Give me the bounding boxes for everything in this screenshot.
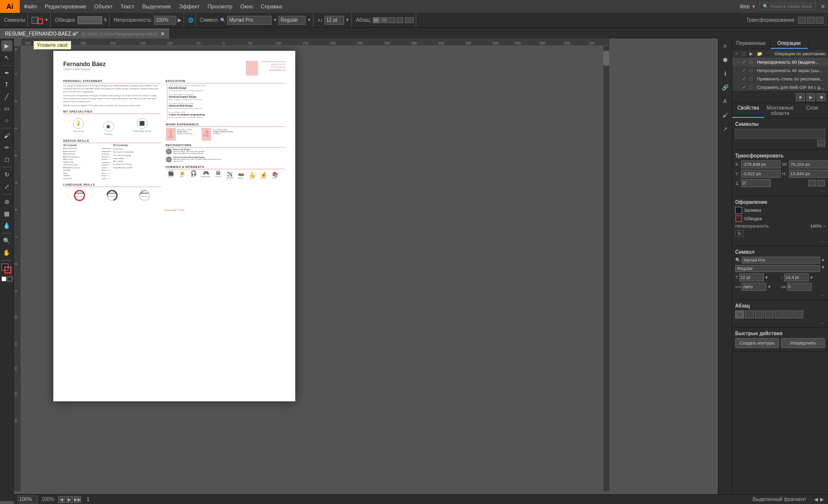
font-size-input[interactable] [324,16,344,25]
opacity-arrow[interactable]: › [824,224,825,229]
transform-btn3[interactable] [816,17,824,24]
zoom-tool[interactable]: 🔍 [1,235,12,246]
font-size-dropdown[interactable]: ▼ [765,275,769,280]
link-btn[interactable]: 🔗 [720,82,731,93]
last-page-btn[interactable]: ▶▶ [74,496,81,503]
pencil-tool[interactable]: ✏ [1,142,12,153]
menu-view[interactable]: Просмотр [203,0,236,13]
align-6-btn[interactable] [794,310,803,318]
no-fill[interactable] [7,276,12,281]
symbol-btn1[interactable]: … [817,140,825,147]
stroke-box[interactable] [4,267,11,273]
menu-object[interactable]: Объект [90,0,117,13]
align-left[interactable] [373,17,380,23]
align-right[interactable] [389,17,395,23]
next-page-btn[interactable]: ▶ [66,496,73,503]
align-right-btn[interactable] [755,310,764,318]
transform-btn2[interactable] [807,17,815,24]
tab-variables[interactable]: Переменные [732,39,770,49]
tab-close-button[interactable]: ✕ [160,31,164,37]
eyedropper-tool[interactable]: 💧 [1,220,12,231]
appearance-btn[interactable]: A [720,96,731,107]
ops-item-folder[interactable]: ✓ □ ▶ 📁 Операции по умолчанию [732,49,828,58]
paintbrush-tool[interactable]: 🖌 [1,130,12,141]
align-center-btn[interactable]: ☰ [745,310,754,318]
fill-white[interactable] [1,276,6,281]
menu-select[interactable]: Выделение [138,0,175,13]
x-input[interactable] [741,160,781,168]
font-dropdown-arrow[interactable]: ▼ [821,258,825,263]
rect-tool[interactable]: ▭ [1,103,12,114]
align-justify[interactable] [396,17,403,23]
gradient-tool[interactable]: ▦ [1,208,12,219]
leading-input[interactable] [784,273,809,281]
font-style-input[interactable] [278,16,306,25]
ops-item-3[interactable]: ✓ □ Непрозрачность 40 экран (ыы... [732,66,828,75]
tab-operations[interactable]: Операции [770,39,808,49]
hand-tool[interactable]: ✋ [1,247,12,258]
ops-expand-1[interactable]: ▶ [749,51,755,56]
transform-btn1[interactable] [798,17,806,24]
vertical-scrollbar[interactable] [603,46,609,491]
zoom-input[interactable] [18,496,38,504]
blend-tool[interactable]: ⊛ [1,196,12,207]
menu-help[interactable]: Справка [257,0,286,13]
flip-h-btn[interactable] [808,180,816,187]
ops-item-4[interactable]: ✓ □ Применить стиль по умолчани... [732,75,828,83]
eraser-tool[interactable]: ◻ [1,154,12,165]
tracking-selector[interactable]: Авто [742,283,766,291]
menu-effect[interactable]: Эффект [175,0,203,13]
font-style-selector[interactable]: Regular [735,265,820,272]
panel-menu-btn[interactable]: ≡ [818,39,828,49]
align-force-btn[interactable] [775,310,784,318]
angle-input[interactable] [741,179,771,187]
properties-btn[interactable]: ⬢ [720,54,731,65]
tab-artboards[interactable]: Монтажные области [764,103,796,118]
fill-swatch[interactable] [735,207,742,214]
status-next-btn[interactable]: ▶ [820,497,824,502]
align-5-btn[interactable] [785,310,793,318]
rotate-tool[interactable]: ↻ [1,169,12,180]
ops-play-btn[interactable]: ▶ [806,93,815,101]
ops-item-5[interactable]: ✓ □ Сохранить для Web GIF 64 с д... [732,83,828,91]
align-center[interactable] [381,17,388,23]
leading-dropdown[interactable]: ▼ [810,275,814,280]
font-name-input[interactable] [227,16,272,25]
create-outline-btn[interactable]: Создать контуры [735,338,779,348]
menu-text[interactable]: Текст [117,0,138,13]
status-prev-btn[interactable]: ◀ [814,497,818,502]
select-tool[interactable]: ▶ [1,40,12,51]
menu-edit[interactable]: Редактирование [41,0,90,13]
align-left-btn[interactable]: ≡ [735,310,744,318]
fx-btn[interactable]: fx [735,230,744,237]
ellipse-tool[interactable]: ○ [1,115,12,126]
flip-v-btn[interactable] [817,180,825,187]
align-justify-btn[interactable] [765,310,774,318]
type-tool[interactable]: T [1,79,12,90]
tab-layers[interactable]: Слои [796,103,828,118]
kerning-input[interactable] [787,283,812,291]
scrollbar-thumb[interactable] [603,51,609,66]
menu-window[interactable]: Окно [237,0,257,13]
canvas-area[interactable]: Уловите своё 350 300 250 200 150 100 50 … [14,39,718,501]
panel-expand-btn[interactable]: ≫ [808,39,818,49]
prev-page-btn[interactable]: ◀ [58,496,65,503]
scale-tool[interactable]: ⤢ [1,181,12,192]
ops-stop-btn[interactable]: ■ [796,93,805,101]
stroke-swatch[interactable] [735,215,742,222]
w-input[interactable] [789,160,828,168]
style-dropdown-arrow[interactable]: ▼ [821,265,825,272]
export-btn[interactable]: ↗ [720,123,731,134]
pen-tool[interactable]: ✒ [1,68,12,78]
info-btn[interactable]: ℹ [720,68,731,79]
paragraph-extra[interactable] [405,17,414,23]
font-selector[interactable]: Myriad Pro [742,257,820,264]
opacity-input[interactable] [154,16,176,25]
layers-btn[interactable]: ≡ [720,40,731,51]
document-tab[interactable]: RESUME_FERNANDO-BAEZ.ai* @ 100% (CMYK/Пр… [0,29,170,39]
brush-btn[interactable]: 🖌 [720,110,731,120]
font-size-field[interactable] [739,273,764,281]
menu-file[interactable]: Файл [20,0,41,13]
tracking-dropdown[interactable]: ▼ [767,285,771,289]
y-input[interactable] [741,170,781,178]
